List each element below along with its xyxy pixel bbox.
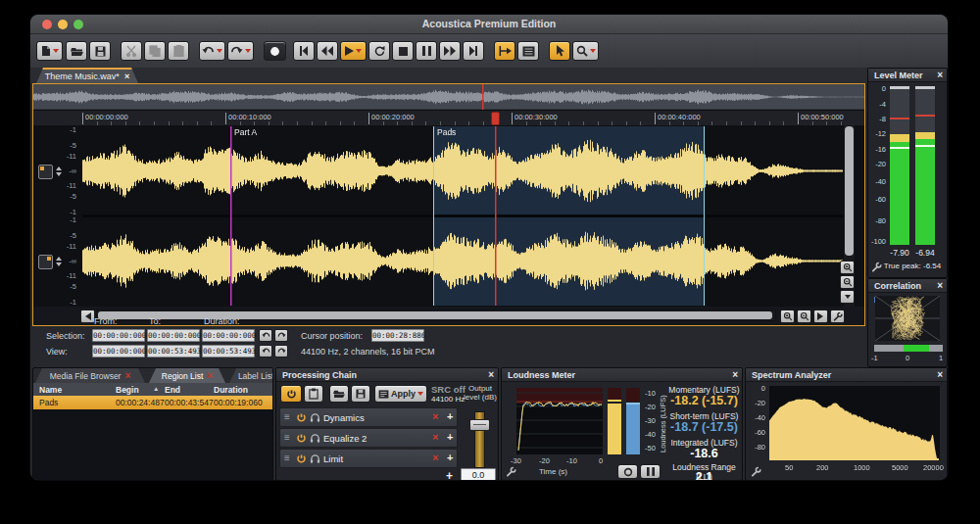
drag-handle-icon[interactable]: ≡ [284,432,290,443]
processing-chain-close-icon[interactable]: × [488,369,494,381]
copy-button[interactable] [144,41,166,61]
document-tab-close-icon[interactable]: × [124,71,129,81]
loudness-reset-button[interactable] [617,464,638,479]
tab-media-close-icon[interactable]: × [124,371,130,381]
region-row-selected[interactable]: Pads 00:00:24:487 00:00:43:547 00:00:19:… [33,396,272,409]
playlist-button[interactable] [517,41,539,61]
undo-button[interactable] [199,41,225,61]
view-duration-field[interactable]: 00:00:53:493 [202,345,255,357]
level-meter-settings-icon[interactable] [871,262,882,272]
cursor-position-field[interactable]: 00:00:28:886 [371,329,424,342]
effect-power-icon[interactable] [296,433,307,444]
redo-button[interactable] [227,41,254,61]
effect-remove-icon[interactable]: × [432,452,438,463]
view-to-field[interactable]: 00:00:53:493 [147,345,200,357]
chain-apply-button[interactable]: Apply [374,385,427,403]
save-file-button[interactable] [89,41,111,61]
region-list-empty-area[interactable] [33,409,272,480]
view-from-field[interactable]: 00:00:00:000 [92,345,145,357]
open-file-button[interactable] [66,41,87,61]
effect-monitor-icon[interactable] [310,433,320,444]
view-undo-button[interactable] [259,345,272,357]
new-file-button[interactable] [36,41,63,61]
tab-media-file-browser[interactable]: Media File Browser × [35,368,145,383]
tab-region-close-icon[interactable]: × [207,371,213,381]
loop-button[interactable] [368,41,390,61]
loudness-settings-icon[interactable] [506,466,516,477]
go-to-start-button[interactable] [293,41,315,61]
effect-row-dynamics[interactable]: ≡ Dynamics × + [279,407,458,427]
selection-redo-button[interactable] [274,329,288,342]
zoom-menu-button[interactable] [813,310,828,323]
level-meter-close-icon[interactable]: × [937,70,943,81]
column-begin[interactable]: Begin [116,385,139,395]
vertical-scrollbar-thumb[interactable] [845,126,854,256]
document-tab[interactable]: Theme Music.wav* × [36,68,138,83]
column-duration[interactable]: Duration [214,385,248,395]
effect-monitor-icon[interactable] [310,453,320,464]
view-settings-button[interactable] [830,310,845,323]
marker-label-pads[interactable]: Pads [437,127,456,137]
stereo-waveform[interactable] [82,126,843,306]
scroll-left-button[interactable] [80,310,95,323]
drag-handle-icon[interactable]: ≡ [284,453,290,463]
output-level-value[interactable]: 0.0 [461,468,496,481]
chain-save-button[interactable] [351,385,370,403]
overview-waveform[interactable] [33,84,864,110]
amplitude-tick: -∞ [47,257,76,265]
zoom-tool-button[interactable] [572,41,599,61]
go-to-end-button[interactable] [463,41,484,61]
amplitude-tick: -5 [47,192,76,201]
chain-power-button[interactable] [280,385,302,403]
zoom-in-horizontal-button[interactable] [780,310,795,323]
rewind-button[interactable] [317,41,338,61]
loudness-meter-close-icon[interactable]: × [732,369,738,381]
loudness-pause-button[interactable] [640,464,661,479]
tab-label-list[interactable]: Label List × [229,368,273,383]
effect-power-icon[interactable] [296,412,307,423]
playback-cursor-handle[interactable] [491,112,500,125]
follow-playback-button[interactable] [494,41,515,61]
add-effect-icon[interactable]: + [446,469,453,481]
play-button[interactable] [340,41,367,61]
effect-remove-icon[interactable]: × [432,431,438,443]
stop-button[interactable] [392,41,414,61]
selection-duration-field[interactable]: 00:00:00:000 [202,329,255,342]
selection-from-field[interactable]: 00:00:00:000 [92,329,145,342]
effect-monitor-icon[interactable] [310,412,320,423]
zoom-out-vertical-button[interactable] [840,275,855,289]
effect-row-limit[interactable]: ≡ Limit × + [279,449,458,468]
cut-button[interactable] [121,41,142,61]
paste-button[interactable] [168,41,189,61]
tab-region-list[interactable]: Region List × [149,368,225,383]
effect-remove-icon[interactable]: × [432,410,438,422]
effect-power-icon[interactable] [296,453,307,464]
drag-handle-icon[interactable]: ≡ [284,411,290,422]
column-end[interactable]: End [165,385,180,395]
view-redo-button[interactable] [274,345,288,357]
timeline-ruler[interactable]: 00:00:00:00000:00:10:00000:00:20:00000:0… [33,110,864,126]
zoom-out-horizontal-button[interactable] [797,310,811,323]
zoom-preset-vertical-button[interactable] [840,290,855,304]
chain-paste-button[interactable] [304,385,323,403]
output-level-slider-handle[interactable] [469,419,490,431]
selection-to-field[interactable]: 00:00:00:000 [147,329,200,342]
fast-forward-button[interactable] [439,41,461,61]
column-name[interactable]: Name [39,385,62,395]
effect-add-icon[interactable]: + [447,431,453,443]
effect-row-equalize[interactable]: ≡ Equalize 2 × + [279,428,458,448]
spectrum-settings-icon[interactable] [751,466,761,477]
zoom-in-vertical-button[interactable] [840,261,855,274]
spectrum-analyzer-close-icon[interactable]: × [937,369,943,381]
record-button[interactable] [264,41,286,61]
chain-open-button[interactable] [329,385,349,403]
horizontal-scrollbar-thumb[interactable] [98,311,772,319]
selection-tool-button[interactable] [549,41,570,61]
correlation-meter-close-icon[interactable]: × [937,280,943,292]
effect-add-icon[interactable]: + [447,452,453,463]
selection-undo-button[interactable] [259,329,272,342]
horizontal-scrollbar[interactable] [96,310,776,321]
pause-button[interactable] [416,41,437,61]
marker-label-part-a[interactable]: Part A [234,127,257,137]
effect-add-icon[interactable]: + [447,410,453,422]
